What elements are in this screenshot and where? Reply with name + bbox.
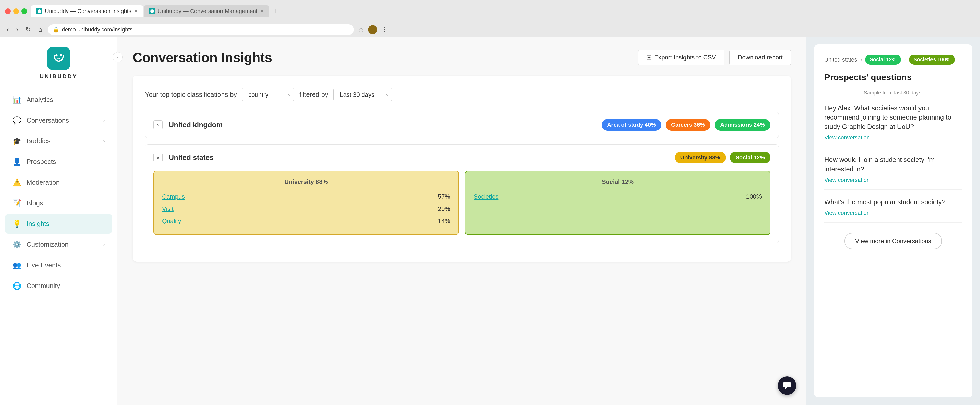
maximize-button-tl[interactable] — [21, 8, 27, 14]
view-conversation-link-1[interactable]: View conversation — [824, 134, 870, 141]
cat-title-university: University 88% — [162, 178, 450, 185]
uk-tag-admissions: Admissions 24% — [714, 119, 770, 131]
export-csv-button[interactable]: ⊞ Export Insights to CSV — [638, 49, 724, 65]
sidebar-item-label-conversations: Conversations — [27, 116, 69, 124]
sidebar-item-label-buddies: Buddies — [27, 137, 51, 145]
country-header-uk[interactable]: › United kingdom Area of study 40% Caree… — [145, 112, 779, 138]
menu-dots-icon[interactable]: ⋮ — [381, 26, 388, 33]
quality-link[interactable]: Quality — [162, 218, 181, 225]
us-tag-university: University 88% — [675, 151, 726, 163]
tab-close-1[interactable]: ✕ — [134, 8, 138, 14]
sidebar-item-community[interactable]: 🌐 Community — [5, 276, 112, 296]
home-button[interactable]: ⌂ — [37, 24, 44, 35]
sidebar-item-customization[interactable]: ⚙️ Customization › — [5, 235, 112, 254]
reload-button[interactable]: ↻ — [24, 24, 32, 35]
country-header-us[interactable]: ∨ United states University 88% Social 12… — [145, 145, 779, 171]
filter-label-text: Your top topic classifications by — [145, 91, 237, 99]
sidebar-item-label-analytics: Analytics — [27, 96, 53, 104]
sidebar-item-analytics[interactable]: 📊 Analytics — [5, 90, 112, 110]
tab-close-2[interactable]: ✕ — [260, 8, 264, 14]
nav-items: 📊 Analytics 💬 Conversations › 🎓 Buddies … — [0, 90, 117, 297]
question-block-2: How would I join a student society I'm i… — [824, 155, 962, 190]
profile-avatar[interactable] — [368, 25, 377, 34]
traffic-lights — [5, 8, 27, 14]
country-name-us: United states — [169, 153, 675, 162]
address-bar-row: ‹ › ↻ ⌂ 🔒 demo.unibuddy.com/insights ☆ ⋮ — [0, 22, 980, 37]
forward-button[interactable]: › — [14, 24, 20, 35]
address-bar[interactable]: 🔒 demo.unibuddy.com/insights — [48, 24, 354, 35]
sidebar-item-conversations[interactable]: 💬 Conversations › — [5, 110, 112, 130]
us-tag-social: Social 12% — [730, 151, 770, 163]
filter-time-select[interactable]: Last 7 days Last 30 days Last 90 days La… — [333, 88, 392, 101]
sample-note: Sample from last 30 days. — [824, 90, 962, 96]
breadcrumb-tag-social[interactable]: Social 12% — [865, 55, 901, 65]
campus-link[interactable]: Campus — [162, 193, 185, 200]
minimize-button-tl[interactable] — [13, 8, 19, 14]
right-panel: United states › Social 12% › Societies 1… — [807, 37, 980, 405]
us-tags: University 88% Social 12% — [675, 151, 770, 163]
category-item-campus: Campus 57% — [162, 190, 450, 203]
tab-favicon-2 — [149, 8, 155, 14]
tab-insights[interactable]: Unibuddy — Conversation Insights ✕ — [31, 5, 143, 17]
page-header: Conversation Insights ⊞ Export Insights … — [133, 49, 791, 65]
moderation-icon: ⚠️ — [12, 178, 21, 187]
category-item-quality: Quality 14% — [162, 215, 450, 227]
sidebar-collapse-button[interactable]: ‹ — [113, 52, 123, 62]
collapse-us-button[interactable]: ∨ — [153, 153, 162, 162]
category-item-societies: Societies 100% — [474, 190, 762, 203]
insights-card: Your top topic classifications by countr… — [133, 76, 791, 262]
conversations-icon: 💬 — [12, 116, 21, 124]
view-conversation-link-3[interactable]: View conversation — [824, 210, 870, 216]
bookmark-icon[interactable]: ☆ — [358, 26, 364, 33]
sidebar-item-buddies[interactable]: 🎓 Buddies › — [5, 131, 112, 151]
filter-by-select[interactable]: country university area of study — [242, 88, 294, 101]
new-tab-button[interactable]: + — [270, 5, 280, 17]
breadcrumb-tag-societies[interactable]: Societies 100% — [909, 55, 955, 65]
view-more-btn-container: View more in Conversations — [824, 233, 962, 249]
societies-link[interactable]: Societies — [474, 193, 498, 200]
tab-management[interactable]: Unibuddy — Conversation Management ✕ — [144, 5, 269, 17]
tab-favicon-1 — [36, 8, 42, 14]
category-block-university: University 88% Campus 57% Visit 29% Qual… — [153, 171, 459, 235]
sidebar-item-blogs[interactable]: 📝 Blogs — [5, 193, 112, 213]
filtered-by-label: filtered by — [299, 91, 328, 99]
logo-text: UNIBUDDY — [40, 73, 77, 80]
view-conversation-link-2[interactable]: View conversation — [824, 177, 870, 183]
live-events-icon: 👥 — [12, 261, 21, 269]
expand-uk-button[interactable]: › — [153, 120, 162, 129]
blogs-icon: 📝 — [12, 199, 21, 207]
question-text-3: What's the most popular student society? — [824, 198, 962, 207]
societies-pct: 100% — [746, 193, 762, 200]
svg-point-1 — [150, 10, 154, 13]
svg-point-3 — [55, 54, 57, 56]
view-more-conversations-button[interactable]: View more in Conversations — [845, 233, 942, 249]
close-button-tl[interactable] — [5, 8, 11, 14]
header-actions: ⊞ Export Insights to CSV Download report — [638, 49, 791, 65]
question-block-1: Hey Alex. What societies would you recom… — [824, 104, 962, 147]
download-report-button[interactable]: Download report — [729, 49, 791, 65]
category-item-visit: Visit 29% — [162, 203, 450, 215]
lock-icon: 🔒 — [53, 27, 59, 33]
svg-point-0 — [38, 10, 41, 13]
main-content: Conversation Insights ⊞ Export Insights … — [118, 37, 807, 405]
sidebar-item-label-community: Community — [27, 282, 60, 290]
filter-row: Your top topic classifications by countr… — [145, 88, 779, 101]
sidebar-item-live-events[interactable]: 👥 Live Events — [5, 255, 112, 275]
visit-link[interactable]: Visit — [162, 205, 173, 212]
address-text: demo.unibuddy.com/insights — [62, 26, 132, 33]
logo-icon — [47, 47, 70, 70]
tab-label-2: Unibuddy — Conversation Management — [158, 8, 258, 14]
sidebar-item-label-insights: Insights — [27, 220, 49, 228]
question-block-3: What's the most popular student society?… — [824, 198, 962, 223]
sidebar-item-label-live-events: Live Events — [27, 261, 61, 269]
back-button[interactable]: ‹ — [5, 24, 11, 35]
country-row-us: ∨ United states University 88% Social 12… — [145, 144, 779, 243]
us-expanded-content: University 88% Campus 57% Visit 29% Qual… — [145, 171, 779, 243]
sidebar-item-prospects[interactable]: 👤 Prospects — [5, 152, 112, 172]
chat-widget-button[interactable] — [778, 376, 796, 395]
chevron-right-icon-2: › — [103, 138, 105, 145]
sidebar-item-insights[interactable]: 💡 Insights — [5, 214, 112, 234]
customization-icon: ⚙️ — [12, 240, 21, 249]
question-text-1: Hey Alex. What societies would you recom… — [824, 104, 962, 131]
sidebar-item-moderation[interactable]: ⚠️ Moderation — [5, 173, 112, 192]
